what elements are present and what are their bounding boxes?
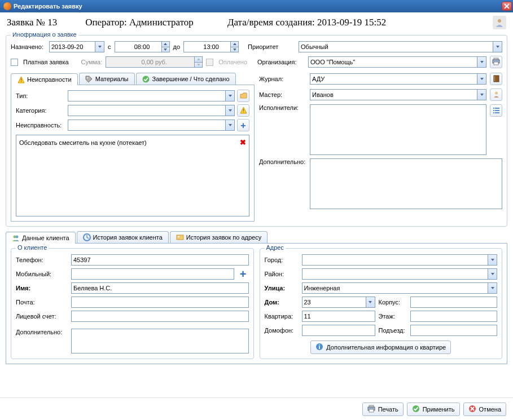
org-label: Организация: bbox=[257, 59, 305, 65]
delete-item-button[interactable]: ✖ bbox=[240, 138, 246, 147]
tab-materials[interactable]: Материалы bbox=[79, 73, 135, 85]
paid-done-label: Оплачено bbox=[218, 59, 247, 65]
street-combo[interactable]: Инженерная bbox=[302, 282, 498, 294]
master-button[interactable] bbox=[490, 89, 502, 101]
svg-rect-18 bbox=[495, 112, 499, 113]
account-input[interactable] bbox=[71, 311, 249, 322]
about-client-legend: О клиенте bbox=[16, 244, 49, 251]
svg-rect-4 bbox=[21, 78, 21, 81]
paid-label: Платная заявка bbox=[23, 59, 69, 65]
svg-rect-15 bbox=[493, 110, 494, 111]
app-icon bbox=[3, 2, 11, 10]
defect-tab-body: Тип: Категория: Неисправность: + Обсле bbox=[11, 85, 255, 222]
client-additional-textarea[interactable] bbox=[71, 329, 249, 353]
apt-label: Квартира: bbox=[265, 313, 299, 320]
title-bar: Редактировать заявку bbox=[0, 0, 513, 12]
tab-defects-label: Неисправности bbox=[27, 76, 72, 83]
cancel-label: Отмена bbox=[479, 406, 501, 413]
card-icon bbox=[176, 233, 184, 241]
additional-label: Дополнительно: bbox=[259, 158, 306, 165]
svg-point-7 bbox=[143, 76, 150, 82]
domofon-input[interactable] bbox=[302, 325, 375, 336]
email-label: Почта: bbox=[16, 299, 68, 306]
warning-icon bbox=[240, 107, 247, 115]
cancel-button[interactable]: Отмена bbox=[463, 403, 506, 416]
created-at: Дата/время создания: 2013-09-19 15:52 bbox=[227, 17, 386, 28]
tab-client-history[interactable]: История заявок клиента bbox=[77, 231, 169, 243]
header-bar: Заявка № 13 Оператор: Администратор Дата… bbox=[0, 12, 513, 33]
street-value: Инженерная bbox=[304, 285, 340, 291]
address-history-tab-label: История заявок по адресу bbox=[186, 234, 261, 241]
type-edit-button[interactable] bbox=[237, 90, 249, 102]
mobile-input[interactable] bbox=[71, 268, 234, 280]
svg-rect-8 bbox=[243, 109, 244, 111]
printer-icon bbox=[367, 405, 375, 414]
defect-list[interactable]: Обследовать смеситель на кухне (потекает… bbox=[16, 135, 249, 216]
phone-label: Телефон: bbox=[16, 257, 68, 263]
priority-combo[interactable]: Обычный bbox=[299, 41, 502, 52]
tab-address-history[interactable]: История заявок по адресу bbox=[170, 231, 268, 243]
svg-rect-25 bbox=[319, 346, 320, 349]
name-label: Имя: bbox=[16, 285, 68, 291]
tab-completion[interactable]: Завершение / Что сделано bbox=[136, 73, 236, 85]
defect-add-button[interactable]: + bbox=[237, 119, 249, 131]
executors-label: Исполнители: bbox=[259, 104, 306, 111]
to-label: до bbox=[173, 43, 181, 50]
additional-textarea[interactable] bbox=[310, 158, 502, 209]
korpus-label: Корпус: bbox=[379, 299, 407, 306]
type-combo[interactable] bbox=[68, 90, 235, 101]
name-input[interactable]: Беляева Н.С. bbox=[71, 282, 249, 294]
name-value: Беляева Н.С. bbox=[73, 285, 112, 291]
svg-rect-3 bbox=[494, 62, 498, 65]
print-button[interactable]: Печать bbox=[362, 403, 404, 416]
apply-label: Применить bbox=[423, 406, 455, 413]
apt-input[interactable]: 11 bbox=[302, 311, 375, 322]
city-combo[interactable] bbox=[302, 254, 498, 266]
floor-input[interactable] bbox=[410, 311, 498, 322]
executors-list[interactable] bbox=[310, 104, 486, 155]
window-close-button[interactable] bbox=[502, 2, 512, 11]
client-additional-label: Дополнительно: bbox=[16, 329, 68, 335]
add-mobile-button[interactable]: + bbox=[238, 270, 249, 278]
client-tab-label: Данные клиента bbox=[22, 235, 69, 241]
house-value: 23 bbox=[304, 299, 311, 306]
paid-done-checkbox bbox=[206, 59, 213, 66]
svg-rect-5 bbox=[21, 81, 21, 82]
cancel-icon bbox=[468, 405, 476, 414]
cat-combo[interactable] bbox=[68, 105, 235, 116]
org-combo[interactable]: ООО "Помощь" bbox=[308, 56, 486, 68]
master-combo[interactable]: Иванов bbox=[310, 89, 486, 100]
district-combo[interactable] bbox=[302, 268, 498, 280]
time-from-input[interactable]: 08:00 bbox=[115, 41, 170, 52]
email-input[interactable] bbox=[71, 297, 249, 308]
assigned-date-input[interactable]: 2013-09-20 bbox=[49, 41, 104, 52]
people-icon bbox=[12, 234, 20, 242]
entrance-input[interactable] bbox=[410, 325, 498, 336]
folder-icon bbox=[240, 92, 247, 100]
check-icon bbox=[412, 405, 420, 414]
korpus-input[interactable] bbox=[410, 297, 498, 308]
journal-combo[interactable]: АДУ bbox=[310, 73, 486, 85]
window-title: Редактировать заявку bbox=[14, 3, 502, 10]
apply-button[interactable]: Применить bbox=[407, 403, 460, 416]
paid-checkbox[interactable] bbox=[11, 59, 18, 66]
svg-rect-23 bbox=[178, 236, 179, 237]
phone-input[interactable]: 45397 bbox=[71, 254, 249, 266]
defect-combo[interactable] bbox=[68, 120, 235, 131]
time-to-input[interactable]: 13:00 bbox=[183, 41, 239, 52]
entrance-label: Подъезд: bbox=[379, 327, 407, 334]
city-label: Город: bbox=[265, 257, 299, 263]
cat-edit-button[interactable] bbox=[237, 104, 249, 117]
apartment-info-button[interactable]: Дополнительная информация о квартире bbox=[310, 341, 451, 354]
executors-button[interactable] bbox=[490, 104, 502, 117]
tab-defects[interactable]: Неисправности bbox=[11, 73, 78, 85]
house-combo[interactable]: 23 bbox=[302, 297, 375, 308]
tab-client-data[interactable]: Данные клиента bbox=[6, 232, 76, 244]
journal-button[interactable] bbox=[490, 73, 502, 85]
org-button[interactable] bbox=[490, 56, 502, 68]
print-label: Печать bbox=[378, 406, 398, 413]
svg-rect-11 bbox=[494, 76, 495, 81]
history-icon bbox=[83, 233, 91, 241]
from-label: с bbox=[108, 43, 111, 50]
defect-list-text: Обследовать смеситель на кухне (потекает… bbox=[19, 139, 147, 146]
